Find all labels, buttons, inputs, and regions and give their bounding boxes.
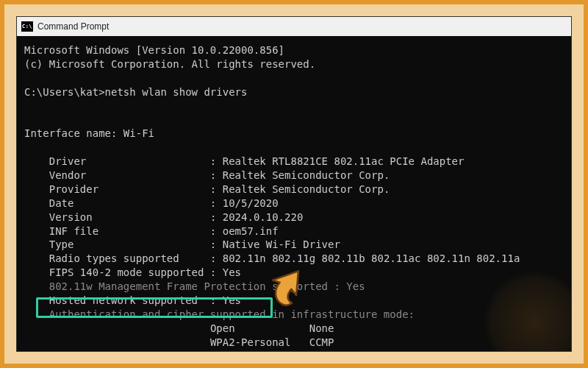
command-text: netsh wlan show drivers (105, 86, 248, 98)
row-radio: Radio types supported : 802.11n 802.11g … (49, 252, 520, 264)
row-auth2: WPA2-Personal CCMP (210, 336, 334, 348)
interface-line: Interface name: Wi-Fi (24, 127, 154, 139)
row-auth1: Open None (210, 322, 334, 334)
command-prompt-window: C:\ Command Prompt Microsoft Windows [Ve… (16, 16, 572, 352)
row-fips: FIPS 140-2 mode supported : Yes (49, 266, 241, 278)
row-version: Version : 2024.0.10.220 (49, 211, 304, 223)
row-driver: Driver : Realtek RTL8821CE 802.11ac PCIe… (49, 155, 465, 167)
row-inf: INF file : oem57.inf (49, 225, 279, 237)
row-auth-header: Authentication and cipher supported in i… (49, 308, 415, 320)
screenshot-frame: C:\ Command Prompt Microsoft Windows [Ve… (0, 0, 588, 368)
window-title: Command Prompt (37, 22, 109, 31)
os-version-line: Microsoft Windows [Version 10.0.22000.85… (24, 44, 284, 56)
terminal-output[interactable]: Microsoft Windows [Version 10.0.22000.85… (17, 36, 571, 351)
row-vendor: Vendor : Realtek Semiconductor Corp. (49, 169, 390, 181)
copyright-line: (c) Microsoft Corporation. All rights re… (24, 58, 315, 70)
row-provider: Provider : Realtek Semiconductor Corp. (49, 183, 390, 195)
row-type: Type : Native Wi-Fi Driver (49, 238, 340, 250)
window-titlebar[interactable]: C:\ Command Prompt (17, 17, 571, 37)
cmd-icon: C:\ (21, 21, 33, 32)
row-hosted: Hosted network supported : Yes (49, 294, 241, 306)
row-mfp: 802.11w Management Frame Protection supp… (49, 280, 365, 292)
row-date: Date : 10/5/2020 (49, 197, 279, 209)
prompt-path: C:\Users\kat> (24, 86, 105, 98)
